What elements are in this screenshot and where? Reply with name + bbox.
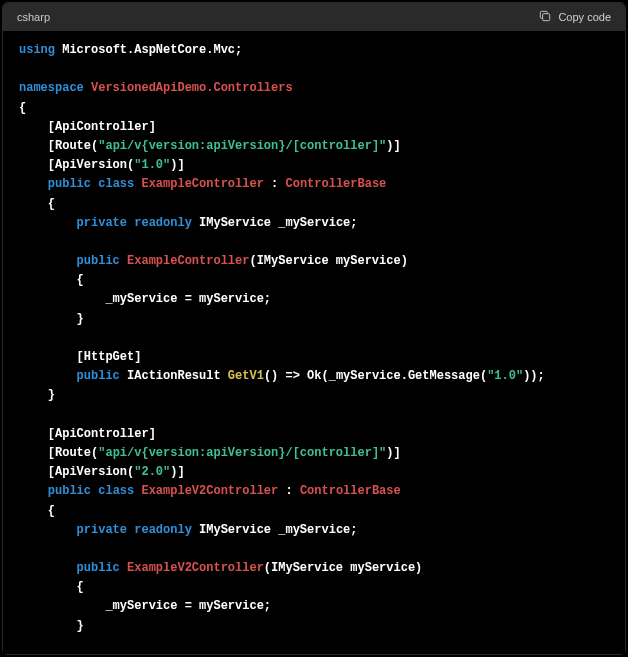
kw-readonly-1: readonly: [134, 216, 192, 230]
route-string-1: "api/v{version:apiVersion}/[controller]": [98, 139, 386, 153]
kw-public-2: public: [48, 484, 91, 498]
svg-rect-0: [543, 14, 550, 21]
ctor2-sig: (IMyService myService): [264, 561, 422, 575]
ctor2-open: {: [77, 580, 84, 594]
class1-open: {: [48, 197, 55, 211]
kw-public-m1: public: [77, 369, 120, 383]
kw-readonly-2: readonly: [134, 523, 192, 537]
copy-code-button[interactable]: Copy code: [538, 9, 611, 25]
attr-route-close-1: )]: [386, 139, 400, 153]
apiversion-1: "1.0": [134, 158, 170, 172]
ctor2-assign: _myService = myService;: [105, 599, 271, 613]
ctor1-name: ExampleController: [127, 254, 249, 268]
ctor2-name: ExampleV2Controller: [127, 561, 264, 575]
attr-apiversion-open-1: [ApiVersion(: [48, 158, 134, 172]
iactionresult-1: IActionResult: [127, 369, 221, 383]
code-block-container: csharp Copy code using Microsoft.AspNetC…: [2, 2, 626, 655]
kw-namespace: namespace: [19, 81, 84, 95]
kw-class-1: class: [98, 177, 134, 191]
using-namespace: Microsoft.AspNetCore.Mvc;: [62, 43, 242, 57]
method-getv1: GetV1: [228, 369, 264, 383]
code-body: using Microsoft.AspNetCore.Mvc; namespac…: [3, 31, 625, 654]
code-header: csharp Copy code: [3, 3, 625, 31]
attr-apiversion-close-2: )]: [170, 465, 184, 479]
attr-apiversion-close-1: )]: [170, 158, 184, 172]
attr-route-close-2: )]: [386, 446, 400, 460]
ctor2-close: }: [77, 619, 84, 633]
route-string-2: "api/v{version:apiVersion}/[controller]": [98, 446, 386, 460]
ctor1-assign: _myService = myService;: [105, 292, 271, 306]
getv1-body-suffix: ));: [523, 369, 545, 383]
getv1-arg: "1.0": [487, 369, 523, 383]
attr-apicontroller-2: [ApiController]: [48, 427, 156, 441]
class1-name: ExampleController: [141, 177, 263, 191]
httpget-1: [HttpGet]: [77, 350, 142, 364]
class2-name: ExampleV2Controller: [141, 484, 278, 498]
apiversion-2: "2.0": [134, 465, 170, 479]
ctor1-open: {: [77, 273, 84, 287]
attr-apicontroller-1: [ApiController]: [48, 120, 156, 134]
namespace-name: VersionedApiDemo.Controllers: [91, 81, 293, 95]
kw-public-ctor2: public: [77, 561, 120, 575]
kw-public-1: public: [48, 177, 91, 191]
colon-1: :: [264, 177, 286, 191]
ctor1-sig: (IMyService myService): [249, 254, 407, 268]
field-name-2: _myService;: [278, 523, 357, 537]
kw-private-1: private: [77, 216, 127, 230]
language-label: csharp: [17, 11, 50, 23]
kw-private-2: private: [77, 523, 127, 537]
kw-using: using: [19, 43, 55, 57]
field-type-2: IMyService: [199, 523, 271, 537]
kw-class-2: class: [98, 484, 134, 498]
base-class-1: ControllerBase: [285, 177, 386, 191]
attr-route-open-2: [Route(: [48, 446, 98, 460]
field-type-1: IMyService: [199, 216, 271, 230]
getv1-body-prefix: () => Ok(_myService.GetMessage(: [264, 369, 487, 383]
attr-route-open-1: [Route(: [48, 139, 98, 153]
attr-apiversion-open-2: [ApiVersion(: [48, 465, 134, 479]
kw-public-ctor1: public: [77, 254, 120, 268]
colon-2: :: [278, 484, 300, 498]
brace-open: {: [19, 101, 26, 115]
clipboard-icon: [538, 9, 552, 25]
field-name-1: _myService;: [278, 216, 357, 230]
copy-code-label: Copy code: [558, 11, 611, 23]
base-class-2: ControllerBase: [300, 484, 401, 498]
ctor1-close: }: [77, 312, 84, 326]
class2-open: {: [48, 504, 55, 518]
class1-close: }: [48, 388, 55, 402]
